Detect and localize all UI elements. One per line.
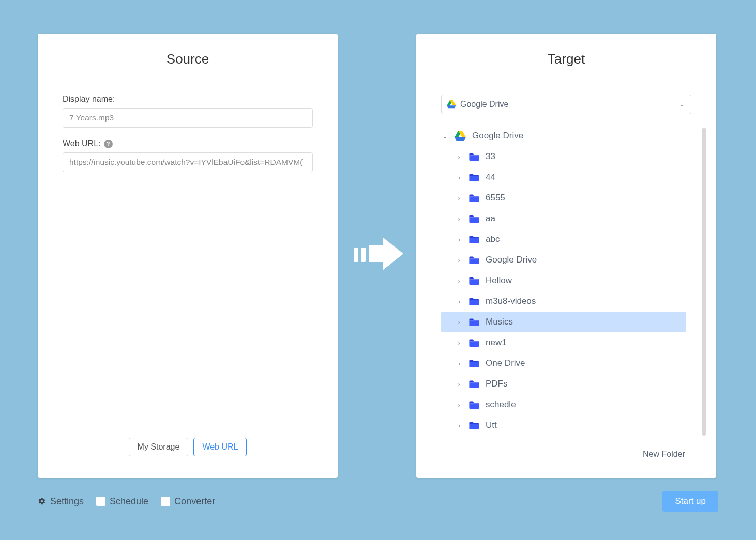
google-drive-icon [447,100,456,109]
settings-link[interactable]: Settings [38,496,84,507]
folder-icon [469,359,479,367]
drive-select-label: Google Drive [460,100,508,109]
chevron-right-icon[interactable]: › [456,298,463,305]
tree-folder-label: aa [486,213,495,224]
google-drive-icon [455,131,466,141]
tree-folder-label: abc [486,234,500,244]
tree-folder-node[interactable]: ›m3u8-videos [441,291,686,312]
tree-folder-node[interactable]: ›aa [441,208,686,229]
web-url-field: Web URL: ? [63,139,313,172]
chevron-right-icon[interactable]: › [456,422,463,429]
settings-label: Settings [50,496,84,507]
tree-folder-node[interactable]: ›33 [441,146,686,167]
tree-folder-label: 33 [486,151,495,162]
folder-icon [469,380,479,388]
schedule-label: Schedule [110,496,148,507]
source-panel: Source Display name: Web URL: ? My Stora… [38,34,338,478]
tree-folder-label: One Drive [486,358,525,368]
tree-folder-node[interactable]: ›schedle [441,394,686,415]
tree-folder-label: PDFs [486,379,508,389]
tree-folder-node[interactable]: ›Musics [441,312,686,332]
display-name-input[interactable] [63,108,313,128]
chevron-right-icon[interactable]: › [456,339,463,347]
folder-icon [469,297,479,305]
scrollbar[interactable] [702,128,706,436]
bottom-left: Settings Schedule Converter [38,496,215,507]
drive-select[interactable]: Google Drive ⌄ [441,95,691,114]
web-url-label-row: Web URL: ? [63,139,313,148]
schedule-checkbox[interactable] [96,497,105,506]
folder-icon [469,214,479,223]
folder-tree-wrap: ⌄ Google Drive ›33›44›6555›aa›abc›Google… [441,126,691,469]
schedule-toggle[interactable]: Schedule [96,496,148,507]
chevron-right-icon[interactable]: › [456,360,463,367]
chevron-right-icon[interactable]: › [456,194,463,202]
folder-icon [469,276,479,285]
transfer-arrow-icon [354,235,405,272]
tree-folder-node[interactable]: ›6555 [441,188,686,208]
help-icon[interactable]: ? [104,140,113,148]
tree-folder-label: new1 [486,337,507,348]
tree-folder-label: Google Drive [486,255,537,265]
display-name-label: Display name: [63,95,313,104]
tab-my-storage[interactable]: My Storage [129,438,189,456]
chevron-down-icon: ⌄ [679,101,685,108]
converter-toggle[interactable]: Converter [161,496,215,507]
chevron-right-icon[interactable]: › [456,236,463,243]
converter-label: Converter [174,496,215,507]
tree-folder-node[interactable]: ›PDFs [441,374,686,394]
tree-folder-label: Utt [486,420,497,430]
chevron-right-icon[interactable]: › [456,215,463,223]
tree-folder-node[interactable]: ›abc [441,229,686,250]
target-body: Google Drive ⌄ ⌄ Google Drive ›33›44›655… [416,80,716,478]
chevron-right-icon[interactable]: › [456,256,463,264]
chevron-right-icon[interactable]: › [456,380,463,388]
svg-marker-7 [455,137,466,141]
tree-folder-node[interactable]: ›Google Drive [441,250,686,270]
folder-icon [469,194,479,202]
chevron-right-icon[interactable]: › [456,318,463,326]
target-title: Target [416,34,716,80]
display-name-field: Display name: [63,95,313,128]
tree-folder-node[interactable]: ›new1 [441,332,686,353]
svg-marker-4 [447,105,456,108]
tree-folder-label: Hellow [486,275,512,286]
tree-folder-node[interactable]: ›Utt [441,415,686,436]
folder-icon [469,421,479,429]
folder-icon [469,152,479,161]
web-url-input[interactable] [63,152,313,172]
gear-icon [38,497,46,505]
svg-rect-0 [354,248,358,262]
chevron-right-icon[interactable]: › [456,153,463,161]
source-title: Source [38,34,338,80]
svg-rect-1 [361,248,366,262]
tree-folder-node[interactable]: ›One Drive [441,353,686,374]
tree-folder-label: m3u8-videos [486,296,536,306]
chevron-right-icon[interactable]: › [456,174,463,181]
converter-checkbox[interactable] [161,497,170,506]
folder-icon [469,235,479,243]
tab-web-url[interactable]: Web URL [193,438,247,456]
folder-icon [469,400,479,409]
tree-folder-label: 44 [486,172,495,182]
folder-icon [469,338,479,347]
bottom-bar: Settings Schedule Converter Start up [38,491,718,512]
tree-folder-label: Musics [486,317,513,327]
tree-folder-node[interactable]: ›44 [441,167,686,188]
folder-tree: ⌄ Google Drive ›33›44›6555›aa›abc›Google… [441,126,686,469]
folder-icon [469,256,479,264]
chevron-down-icon[interactable]: ⌄ [441,132,448,140]
tree-root-node[interactable]: ⌄ Google Drive [441,126,686,146]
tree-root-label: Google Drive [472,131,523,141]
web-url-label: Web URL: [63,139,101,148]
target-panel: Target Google Drive ⌄ ⌄ Googl [416,34,716,478]
source-body: Display name: Web URL: ? My Storage Web … [38,80,338,478]
tree-folder-node[interactable]: ›Hellow [441,270,686,291]
chevron-right-icon[interactable]: › [456,401,463,409]
folder-icon [469,173,479,181]
tree-folder-label: schedle [486,399,516,410]
start-button[interactable]: Start up [662,491,718,512]
tree-folder-label: 6555 [486,193,505,203]
chevron-right-icon[interactable]: › [456,277,463,285]
new-folder-button[interactable]: New Folder [643,450,691,461]
